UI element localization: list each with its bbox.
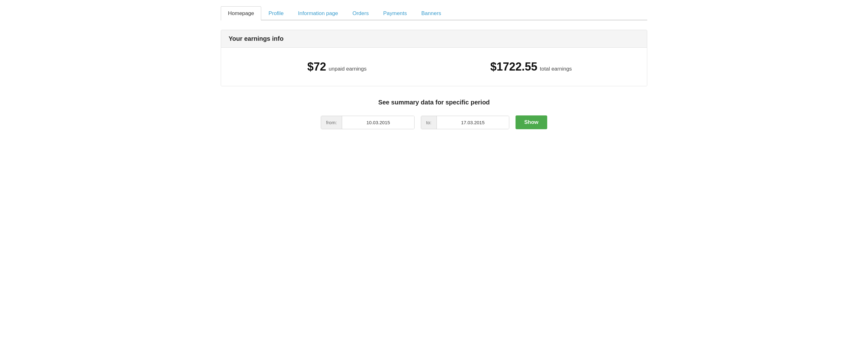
tab-profile[interactable]: Profile	[261, 6, 291, 21]
earnings-card-body: $72 unpaid earnings $1722.55 total earni…	[221, 48, 647, 86]
tab-banners[interactable]: Banners	[414, 6, 448, 21]
to-date-group: to:	[421, 116, 509, 129]
earnings-card-header: Your earnings info	[221, 30, 647, 48]
to-date-input[interactable]	[437, 116, 509, 129]
earnings-card: Your earnings info $72 unpaid earnings $…	[221, 30, 647, 86]
date-range-row: from: to: Show	[221, 116, 647, 129]
tab-information-page[interactable]: Information page	[291, 6, 345, 21]
show-button[interactable]: Show	[516, 116, 547, 129]
unpaid-label: unpaid earnings	[329, 66, 367, 72]
tabs-navigation: Homepage Profile Information page Orders…	[221, 0, 647, 21]
summary-section: See summary data for specific period fro…	[221, 99, 647, 129]
to-label: to:	[421, 116, 437, 129]
tab-homepage[interactable]: Homepage	[221, 6, 261, 21]
total-earnings-item: $1722.55 total earnings	[434, 60, 628, 73]
from-date-input[interactable]	[342, 116, 414, 129]
summary-title: See summary data for specific period	[221, 99, 647, 106]
unpaid-earnings-item: $72 unpaid earnings	[240, 60, 434, 73]
tab-payments[interactable]: Payments	[376, 6, 414, 21]
from-date-group: from:	[321, 116, 414, 129]
unpaid-amount: $72	[307, 60, 326, 73]
total-label: total earnings	[540, 66, 572, 72]
earnings-card-title: Your earnings info	[228, 35, 640, 42]
tab-orders[interactable]: Orders	[345, 6, 376, 21]
total-amount: $1722.55	[490, 60, 537, 73]
from-label: from:	[321, 116, 342, 129]
